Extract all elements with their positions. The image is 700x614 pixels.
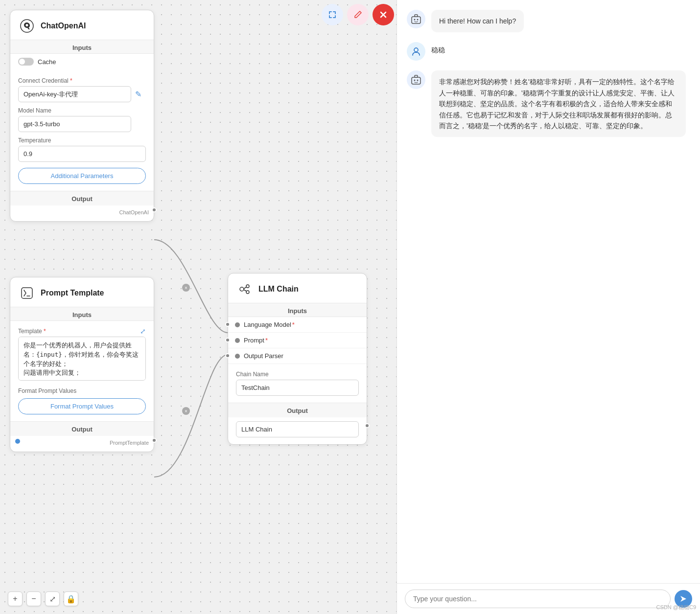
top-buttons (322, 4, 394, 25)
prompt-template-body: Template * ⤢ 你是一个优秀的机器人，用户会提供姓名：{input}，… (10, 321, 154, 421)
svg-line-7 (244, 287, 246, 289)
bot-avatar-1 (407, 10, 425, 28)
chat-bubble-3: 非常感谢您对我的称赞！姓名'稳稳'非常好听，具有一定的独特性。这个名字给人一种稳… (431, 70, 686, 137)
llm-chain-node: LLM Chain Inputs Language Model * Prompt… (228, 273, 367, 445)
svg-rect-12 (415, 15, 418, 17)
toggle-knob (19, 59, 25, 65)
model-name-label: Model Name (18, 107, 146, 114)
svg-point-1 (26, 24, 28, 26)
chain-name-input[interactable] (236, 380, 359, 396)
close-btn[interactable] (373, 4, 394, 25)
additional-params-btn[interactable]: Additional Parameters (18, 168, 146, 184)
connector-cross-1[interactable]: × (182, 284, 190, 292)
llm-chain-body: Chain Name (228, 364, 367, 403)
credential-select[interactable]: OpenAi-key-非代理 (18, 86, 131, 102)
chat-openai-title: ChatOpenAI (41, 22, 86, 30)
connect-credential-label: Connect Credential * (18, 77, 146, 84)
svg-point-19 (417, 80, 419, 81)
svg-line-8 (244, 290, 246, 291)
llm-output-select-wrapper: LLM Chain (236, 421, 359, 437)
temperature-label: Temperature (18, 137, 146, 144)
format-prompt-label: Format Prompt Values (18, 387, 146, 394)
chat-openai-node: ChatOpenAI Inputs Cache Connect Credenti… (10, 10, 154, 222)
chat-bubble-1: Hi there! How can I help? (431, 10, 524, 32)
model-name-select[interactable]: gpt-3.5-turbo (18, 116, 131, 132)
chat-openai-inputs-label: Inputs (10, 40, 154, 54)
llm-prompt-handle[interactable] (225, 338, 230, 342)
llm-language-model-dot (235, 322, 240, 327)
chat-msg-3: 非常感谢您对我的称赞！姓名'稳稳'非常好听，具有一定的独特性。这个名字给人一种稳… (407, 70, 690, 137)
svg-point-6 (246, 291, 249, 294)
prompt-template-node: Prompt Template Inputs Template * ⤢ 你是一个… (10, 277, 154, 452)
template-expand-icon[interactable]: ⤢ (140, 327, 146, 335)
llm-chain-icon (236, 280, 254, 298)
expand-btn[interactable] (322, 4, 343, 25)
svg-rect-11 (412, 17, 420, 23)
chat-messages: Hi there! How can I help? 稳稳 (397, 0, 700, 583)
llm-prompt-row: Prompt * (228, 333, 367, 348)
credential-select-wrapper: OpenAi-key-非代理 ✎ (18, 86, 146, 102)
svg-point-15 (414, 48, 418, 52)
prompt-template-inputs-label: Inputs (10, 307, 154, 321)
connector-cross-2[interactable]: × (182, 407, 190, 415)
chat-openai-output-handle[interactable] (152, 207, 157, 212)
llm-chain-output-section: Output (228, 403, 367, 417)
edit-btn[interactable] (347, 4, 369, 25)
chat-openai-body: Connect Credential * OpenAi-key-非代理 ✎ Mo… (10, 68, 154, 191)
cache-row: Cache (10, 54, 154, 68)
llm-chain-header: LLM Chain (228, 273, 367, 303)
bottom-toolbar: + − ⤢ 🔒 (8, 591, 78, 606)
llm-chain-output-body: LLM Chain (228, 417, 367, 444)
bot-avatar-2 (407, 70, 425, 89)
prompt-template-header: Prompt Template (10, 277, 154, 307)
llm-output-parser-row: Output Parser (228, 348, 367, 364)
llm-output-select[interactable]: LLM Chain (236, 421, 359, 437)
llm-output-parser-dot (235, 354, 240, 359)
llm-language-model-handle[interactable] (225, 322, 230, 327)
chat-panel: Hi there! How can I help? 稳稳 (397, 0, 700, 614)
prompt-template-output-label: PromptTemplate (10, 438, 154, 450)
svg-point-14 (417, 19, 419, 21)
user-avatar (407, 42, 425, 61)
cache-toggle[interactable] (18, 58, 34, 66)
chain-name-label: Chain Name (236, 371, 359, 378)
llm-chain-title: LLM Chain (258, 285, 299, 294)
minus-btn[interactable]: − (26, 591, 41, 606)
chat-msg-1: Hi there! How can I help? (407, 10, 690, 32)
llm-language-model-row: Language Model * (228, 317, 367, 333)
format-prompt-btn[interactable]: Format Prompt Values (18, 398, 146, 414)
llm-chain-output-handle[interactable] (365, 423, 370, 428)
chat-input-area (397, 583, 700, 614)
chat-msg-2: 稳稳 (407, 42, 690, 61)
cache-label: Cache (38, 58, 56, 66)
add-btn[interactable]: + (8, 591, 23, 606)
template-textarea[interactable]: 你是一个优秀的机器人，用户会提供姓名：{input}，你针对姓名，你会夸奖这个名… (18, 337, 146, 381)
prompt-template-output-dot (15, 439, 20, 444)
temperature-input[interactable] (18, 146, 146, 162)
llm-chain-inputs-label: Inputs (228, 303, 367, 317)
llm-prompt-dot (235, 338, 240, 343)
chat-openai-header: ChatOpenAI (10, 10, 154, 40)
chat-openai-output-section: Output (10, 191, 154, 205)
chat-input[interactable] (405, 590, 671, 608)
lock-btn[interactable]: 🔒 (64, 591, 78, 606)
watermark: CSDN @稳稳C9 (656, 604, 696, 611)
llm-output-parser-handle[interactable] (225, 353, 230, 358)
chat-openai-output-label: ChatOpenAI (10, 207, 154, 219)
model-select-wrapper: gpt-3.5-turbo (18, 116, 146, 132)
svg-point-13 (414, 19, 416, 21)
fit-btn[interactable]: ⤢ (45, 591, 60, 606)
credential-edit-icon[interactable]: ✎ (135, 90, 141, 99)
prompt-template-output-section: Output (10, 421, 154, 436)
svg-point-18 (414, 80, 416, 81)
prompt-template-icon (18, 284, 36, 302)
prompt-template-output-handle[interactable] (152, 438, 157, 443)
openai-icon (18, 17, 36, 35)
svg-rect-16 (412, 77, 420, 84)
svg-rect-2 (22, 288, 32, 298)
svg-point-5 (246, 285, 249, 288)
user-name: 稳稳 (431, 42, 445, 55)
prompt-template-title: Prompt Template (41, 289, 104, 297)
template-field-label: Template * (18, 328, 46, 335)
canvas: × × ChatOpenAI Inputs Cache (0, 0, 397, 614)
